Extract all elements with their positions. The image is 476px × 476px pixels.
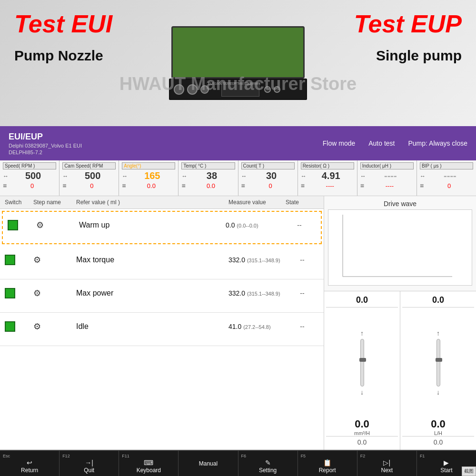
gauge-arrow-left-7[interactable]: ↔ <box>420 173 426 179</box>
gauge-arrow-left-3[interactable]: ↔ <box>181 173 187 179</box>
meter-thumb-0[interactable] <box>359 358 366 362</box>
meter-arrow-up-1: ↑ <box>436 329 440 337</box>
toolbar-icon-7: ▶ <box>444 459 449 466</box>
toolbar-btn-return[interactable]: Esc↩Return <box>0 451 60 476</box>
gauge-value-7: ---- <box>427 170 473 181</box>
step-switch-3[interactable] <box>5 321 33 332</box>
col-state: State <box>286 199 319 206</box>
toolbar-icon-5: 📋 <box>323 459 331 466</box>
toolbar-icon-0: ↩ <box>27 459 32 466</box>
toolbar-icon-1: →| <box>85 459 93 466</box>
step-icon-2: ⚙ <box>33 288 76 298</box>
bottom-toolbar: Esc↩ReturnF12→|QuitF11⌨KeyboardManualF6✎… <box>0 450 476 476</box>
gauge-value-0: 500 <box>10 170 56 181</box>
toolbar-label-3: Manual <box>199 460 218 467</box>
gauge-value-5: 4.91 <box>308 170 354 181</box>
gauge-cell-1: Cam Speed( RPM↔500≡0 <box>60 160 119 196</box>
step-name-1: Max torque <box>76 256 228 264</box>
gauge-label-2: Angle(°) <box>122 162 175 169</box>
meter-track-0[interactable] <box>360 339 364 387</box>
nav-flow-mode[interactable]: Flow mode <box>323 139 355 147</box>
col-switch: Switch <box>5 199 33 206</box>
gauge-arrow-left-5[interactable]: ↔ <box>301 173 307 179</box>
main-content: Switch Step name Refer value ( ml ) Meas… <box>0 196 476 450</box>
toolbar-btn-quit[interactable]: F12→|Quit <box>60 451 119 476</box>
step-row-max-torque[interactable]: ⚙Max torque332.0 (315.1--348.9)-- <box>0 246 324 279</box>
step-refer-0: 0.0 (0.0--0.0) <box>226 221 283 229</box>
toolbar-key-2: F11 <box>122 454 129 458</box>
toolbar-key-0: Esc <box>3 454 10 458</box>
toolbar-btn-setting[interactable]: F6✎Setting <box>238 451 298 476</box>
meter-top-value-0: 0.0 <box>326 295 398 307</box>
gauge-sub-4: 0 <box>247 182 295 189</box>
step-refer-1: 332.0 (315.1--348.9) <box>228 256 286 264</box>
toolbar-btn-next[interactable]: F2▷|Next <box>357 451 417 476</box>
gauge-sub-3: 0.0 <box>187 182 235 189</box>
toolbar-key-4: F6 <box>241 454 247 458</box>
gauge-cell-6: Inductor( μH )↔----≡---- <box>357 160 417 196</box>
gauge-label-4: Count( T ) <box>241 162 295 169</box>
meter-panel-1: 0.0↑↓0.0L/H0.0 <box>400 291 476 450</box>
device-green-panel <box>171 26 305 79</box>
step-switch-2[interactable] <box>5 288 33 298</box>
gauge-arrow-left-0[interactable]: ↔ <box>3 173 9 179</box>
gauge-arrow-left-2[interactable]: ↔ <box>122 173 128 179</box>
step-refer-2: 332.0 (315.1--348.9) <box>228 289 286 297</box>
top-image-area: Test EUI Test EUP Pump Nozzle Single pum… <box>0 0 476 126</box>
meter-unit-0: mm³/H <box>354 430 370 436</box>
gauge-arrow-left-4[interactable]: ↔ <box>241 173 247 179</box>
gauge-arrow-left-1[interactable]: ↔ <box>62 173 68 179</box>
toolbar-key-6: F2 <box>360 454 366 458</box>
screenshot-box: 截图 <box>462 466 476 476</box>
step-row-idle[interactable]: ⚙Idle41.0 (27.2--54.8)-- <box>0 313 324 346</box>
toolbar-icon-2: ⌨ <box>144 459 153 466</box>
gauge-cell-7: BIP ( μs )↔----≡0 <box>417 160 476 196</box>
toolbar-btn-report[interactable]: F5📋Report <box>298 451 357 476</box>
meter-thumb-1[interactable] <box>436 358 442 362</box>
meter-top-value-1: 0.0 <box>402 295 474 307</box>
drive-wave-chart <box>328 209 472 286</box>
step-row-warm-up[interactable]: ⚙Warm up0.0 (0.0--0.0)-- <box>2 211 322 244</box>
header-bar: EUI/EUP Delphi 03829087_Volvo E1 EUI DEL… <box>0 126 476 160</box>
step-switch-1[interactable] <box>5 255 33 265</box>
col-step-name: Step name <box>33 199 76 206</box>
test-eup-label: Test EUP <box>354 10 462 38</box>
toolbar-key-1: F12 <box>62 454 70 458</box>
table-header: Switch Step name Refer value ( ml ) Meas… <box>0 196 324 209</box>
header-right: Flow mode Auto test Pump: Always close <box>323 139 467 147</box>
meter-panel-0: 0.0↑↓0.0mm³/H0.0 <box>324 291 400 450</box>
gauge-sub-7: 0 <box>425 182 473 189</box>
toolbar-label-2: Keyboard <box>137 467 161 474</box>
step-switch-0[interactable] <box>8 220 36 230</box>
meter-bottom-value-0: 0.0 <box>326 436 398 446</box>
header-title: EUI/EUP <box>9 132 323 142</box>
col-measure: Measure value <box>228 199 286 206</box>
nav-pump[interactable]: Pump: Always close <box>408 139 468 147</box>
gauge-arrow-left-6[interactable]: ↔ <box>360 173 366 179</box>
toolbar-btn-keyboard[interactable]: F11⌨Keyboard <box>119 451 178 476</box>
gauge-sub-0: 0 <box>8 182 56 189</box>
gauge-value-2: 165 <box>129 170 175 181</box>
meter-arrow-down-1: ↓ <box>436 388 440 396</box>
step-row-max-power[interactable]: ⚙Max power332.0 (315.1--348.9)-- <box>0 279 324 313</box>
header-sub1: Delphi 03829087_Volvo E1 EUI <box>9 143 323 149</box>
gauge-sub-5: ---- <box>306 182 354 189</box>
meter-bottom-value-1: 0.0 <box>402 436 474 446</box>
gauge-cell-2: Angle(°)↔165≡0.0 <box>119 160 178 196</box>
gauge-value-4: 30 <box>248 170 295 181</box>
toolbar-icon-4: ✎ <box>265 459 271 466</box>
gauge-cell-3: Temp( °C )↔38≡0.0 <box>178 160 238 196</box>
gauge-value-1: 500 <box>69 170 116 181</box>
toolbar-key-5: F5 <box>301 454 306 458</box>
toolbar-btn-manual[interactable]: Manual <box>178 451 238 476</box>
step-measure-0: -- <box>283 221 316 229</box>
nav-auto-test[interactable]: Auto test <box>368 139 395 147</box>
gauge-sub-1: 0 <box>68 182 116 189</box>
gauge-cell-4: Count( T )↔30≡0 <box>238 160 298 196</box>
meter-panels: 0.0↑↓0.0mm³/H0.00.0↑↓0.0L/H0.0 <box>324 291 476 450</box>
watermark-text: HWAUT Manufacturer Store <box>0 74 476 94</box>
step-icon-1: ⚙ <box>33 255 76 265</box>
meter-track-1[interactable] <box>436 339 440 387</box>
step-measure-2: -- <box>286 289 319 297</box>
step-name-2: Max power <box>76 289 228 298</box>
